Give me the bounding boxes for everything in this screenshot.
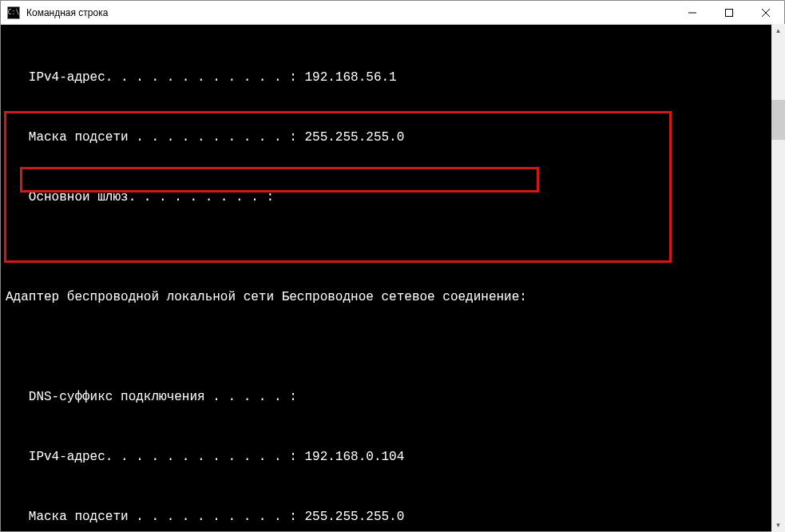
output-line: IPv4-адрес. . . . . . . . . . . . : 192.… (6, 68, 779, 88)
window-controls (674, 1, 784, 24)
app-icon: C:\ (7, 6, 20, 19)
output-line: IPv4-адрес. . . . . . . . . . . . : 192.… (6, 447, 779, 467)
output-line: Маска подсети . . . . . . . . . . : 255.… (6, 507, 779, 527)
output-line: Основной шлюз. . . . . . . . . : (6, 188, 779, 208)
command-prompt-window: C:\ Командная строка IPv4-адрес. . . . .… (0, 0, 785, 532)
scrollbar-thumb[interactable] (771, 100, 785, 140)
terminal-output[interactable]: IPv4-адрес. . . . . . . . . . . . : 192.… (1, 25, 784, 531)
scrollbar-down-arrow-icon[interactable]: ▼ (771, 518, 785, 532)
output-line: Маска подсети . . . . . . . . . . : 255.… (6, 128, 779, 148)
minimize-button[interactable] (674, 1, 711, 24)
vertical-scrollbar[interactable]: ▲ ▼ (771, 24, 785, 532)
window-title: Командная строка (26, 7, 674, 18)
close-button[interactable] (747, 1, 784, 24)
output-line: Адаптер беспроводной локальной сети Бесп… (6, 288, 779, 308)
svg-rect-1 (726, 9, 733, 16)
titlebar[interactable]: C:\ Командная строка (1, 1, 784, 25)
maximize-button[interactable] (711, 1, 747, 24)
output-line: DNS-суффикс подключения . . . . . : (6, 387, 779, 407)
scrollbar-up-arrow-icon[interactable]: ▲ (771, 24, 785, 38)
